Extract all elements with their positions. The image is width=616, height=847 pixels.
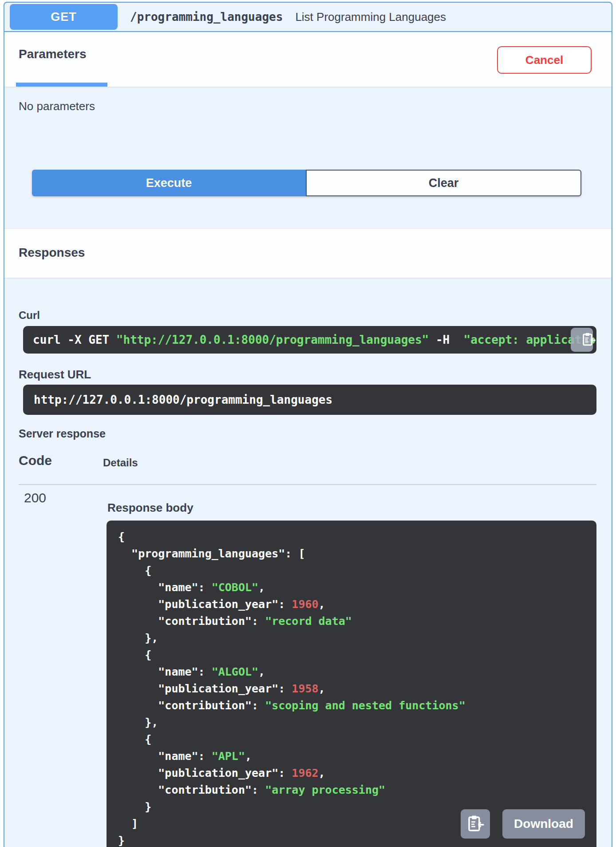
code-column-header: Code xyxy=(19,453,52,468)
responses-title: Responses xyxy=(19,246,85,260)
response-body-code: { "programming_languages": [ { "name": "… xyxy=(107,521,596,847)
clipboard-copy-icon xyxy=(466,814,485,834)
endpoint-summary-text: List Programming Languages xyxy=(295,10,446,24)
parameters-header: Parameters Cancel xyxy=(4,33,612,87)
responses-header: Responses xyxy=(4,228,612,278)
curl-label: Curl xyxy=(19,309,40,322)
active-tab-underline xyxy=(16,83,107,87)
table-divider xyxy=(19,484,596,485)
request-url-value: http://127.0.0.1:8000/programming_langua… xyxy=(23,385,596,415)
parameters-title: Parameters xyxy=(19,47,87,61)
operation-summary[interactable]: GET /programming_languages List Programm… xyxy=(4,3,612,32)
curl-command[interactable]: curl -X GET "http://127.0.0.1:8000/progr… xyxy=(23,326,596,354)
details-column-header: Details xyxy=(103,457,138,469)
execute-button[interactable]: Execute xyxy=(32,170,306,196)
copy-response-button[interactable] xyxy=(461,809,490,839)
operation-block-get: GET /programming_languages List Programm… xyxy=(4,2,612,847)
http-method-badge: GET xyxy=(10,4,118,30)
request-url-label: Request URL xyxy=(19,368,91,382)
clear-button[interactable]: Clear xyxy=(306,170,581,196)
download-button[interactable]: Download xyxy=(502,809,585,839)
server-response-label: Server response xyxy=(19,427,106,440)
cancel-button[interactable]: Cancel xyxy=(497,46,592,74)
clipboard-copy-icon xyxy=(568,326,596,354)
execute-row: Execute Clear xyxy=(32,170,581,196)
no-parameters-message: No parameters xyxy=(19,99,95,113)
endpoint-path: /programming_languages xyxy=(130,10,283,24)
response-body-label: Response body xyxy=(107,501,193,515)
copy-curl-button[interactable] xyxy=(571,328,593,352)
status-code: 200 xyxy=(24,490,46,505)
